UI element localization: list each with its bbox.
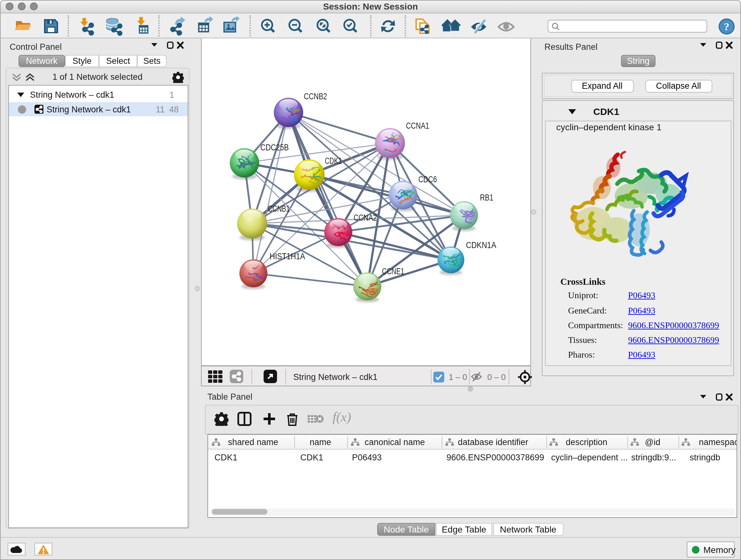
svg-text:CCNA2: CCNA2 (354, 213, 377, 223)
svg-text:CDK1: CDK1 (325, 156, 342, 166)
svg-text:CDKN1A: CDKN1A (466, 240, 496, 250)
svg-text:RB1: RB1 (480, 193, 493, 202)
svg-text:CDC25B: CDC25B (260, 143, 289, 152)
svg-text:HIST1H1A: HIST1H1A (270, 252, 305, 261)
svg-text:CCNB1: CCNB1 (268, 204, 290, 213)
svg-text:CDC6: CDC6 (418, 175, 437, 184)
svg-text:CCNB2: CCNB2 (304, 91, 327, 101)
svg-text:CCNA1: CCNA1 (406, 121, 429, 131)
svg-text:?: ? (724, 20, 729, 32)
svg-text:CCNE1: CCNE1 (382, 266, 404, 276)
